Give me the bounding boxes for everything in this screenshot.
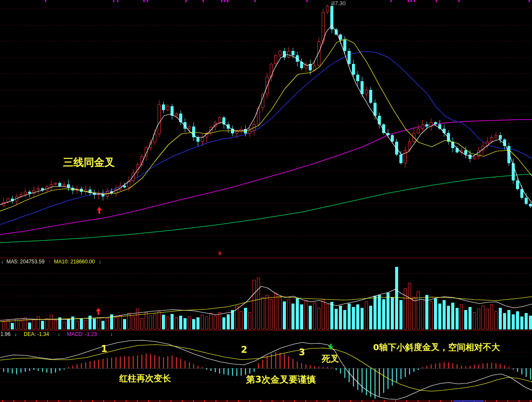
peak-price-label: 37.30 [332,0,346,6]
down-arrow-icon: ↓ [1,259,3,264]
golden-cross-annotation: 三线同金叉 [63,157,115,168]
third-golden-cross-annotation: 第3次金叉要谨慎 [246,375,316,384]
divider-dollar-mark: $ [218,251,222,256]
volume-ma10-label: MA10: 218660.00 [54,259,95,264]
macd-annotation-1: 1 [101,345,108,354]
below-axis-annotation: 0轴下小斜度金叉，空间相对不大 [373,343,500,351]
volume-ma5-label: MA5: 204753.59 [6,259,44,264]
macd-annotation-3: 3 [299,348,305,357]
macd-value: MACD: -1.23 [67,332,97,337]
death-cross-annotation: 死叉 [322,355,339,363]
down-arrow-icon: ↓ [14,332,17,337]
red-column-annotation: 红柱再次变长 [119,374,171,383]
down-arrow-icon: ↓ [98,259,101,264]
down-arrow-icon: ↓ [110,332,113,337]
macd-dea-value: DEA: -1.34 [24,332,49,337]
up-arrow-icon: ↑ [48,259,51,264]
stock-chart-app: 37.30 三线同金叉 $ ↓ MA5: 204753.59 ↑ MA10: 2… [0,0,532,402]
macd-annotation-2: 2 [241,345,247,355]
macd-dif-value: 1.96 [0,332,10,337]
down-arrow-icon: ↓ [57,332,60,337]
